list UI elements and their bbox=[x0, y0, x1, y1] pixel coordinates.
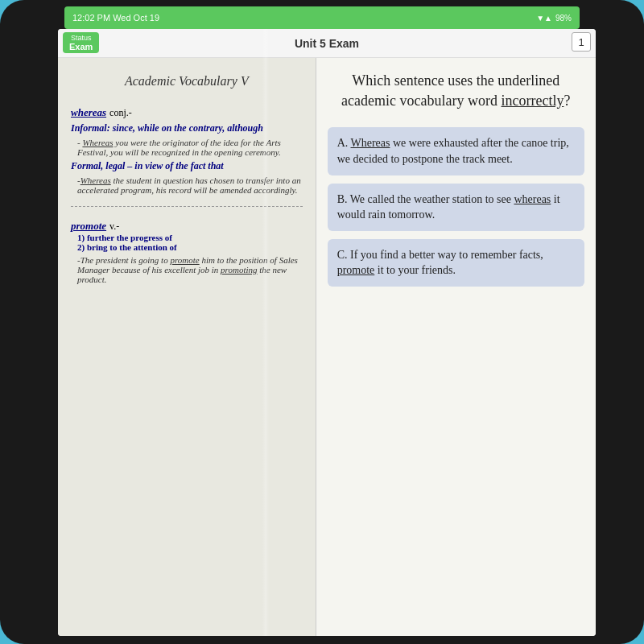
vocab-entry-whereas: whereas conj.- Informal: since, while on… bbox=[71, 105, 303, 195]
page-number: 1 bbox=[572, 32, 591, 52]
status-badge-label: Status bbox=[71, 34, 92, 42]
option-c-promote: promote bbox=[337, 264, 375, 276]
status-bar: 12:02 PM Wed Oct 19 ▼▲ 98% bbox=[64, 6, 580, 29]
option-c-letter: C. bbox=[337, 249, 348, 261]
status-badge-value: Exam bbox=[69, 42, 93, 52]
answer-option-a[interactable]: A. Whereas we were exhausted after the c… bbox=[328, 127, 584, 175]
wifi-icon: ▼▲ bbox=[536, 14, 552, 23]
status-time: 12:02 PM Wed Oct 19 bbox=[72, 13, 159, 23]
promote-underline-2: promoting bbox=[221, 265, 257, 275]
question-text: Which sentence uses the underlined acade… bbox=[328, 71, 584, 111]
app-container: Status Exam Unit 5 Exam 1 Academic Vocab… bbox=[58, 29, 596, 636]
vocab-word-promote: promote bbox=[71, 220, 106, 232]
def2-label-whereas: Formal, legal – in view of the fact that bbox=[71, 160, 303, 172]
vocab-pos-whereas: conj.- bbox=[109, 107, 132, 118]
vocab-pos-promote: v.- bbox=[109, 221, 119, 232]
option-b-whereas: whereas bbox=[514, 193, 551, 205]
whereas-underline-2: Whereas bbox=[80, 175, 111, 185]
right-panel: Which sentence uses the underlined acade… bbox=[316, 58, 596, 636]
left-panel: Academic Vocabulary V whereas conj.- Inf… bbox=[58, 58, 316, 636]
status-badge: Status Exam bbox=[63, 32, 99, 53]
whereas-underline-1: Whereas bbox=[82, 138, 113, 147]
vocab-word-whereas: whereas bbox=[71, 106, 106, 118]
panel-title: Academic Vocabulary V bbox=[71, 74, 303, 89]
option-a-whereas: Whereas bbox=[351, 137, 390, 149]
promote-def1: 1) further the progress of bbox=[77, 233, 303, 242]
option-a-letter: A. bbox=[337, 137, 349, 149]
promote-underline-1: promote bbox=[170, 255, 199, 265]
incorrectly-underline: incorrectly bbox=[502, 93, 564, 109]
vocab-entry-promote: promote v.- 1) further the progress of 2… bbox=[71, 218, 303, 284]
promote-def2: 2) bring to the attention of bbox=[77, 242, 303, 252]
section-divider bbox=[71, 206, 303, 207]
answer-option-c[interactable]: C. If you find a better way to remember … bbox=[328, 239, 584, 287]
answer-option-b[interactable]: B. We called the weather station to see … bbox=[328, 184, 584, 231]
content-area: Academic Vocabulary V whereas conj.- Inf… bbox=[58, 58, 596, 636]
def1-label-whereas: Informal: since, while on the contrary, … bbox=[71, 122, 303, 134]
promote-example: -The president is going to promote him t… bbox=[77, 255, 303, 284]
app-header: Status Exam Unit 5 Exam 1 bbox=[58, 29, 596, 58]
battery-text: 98% bbox=[555, 14, 572, 23]
status-icons: ▼▲ 98% bbox=[536, 14, 572, 23]
def1-example-whereas: - Whereas you were the originator of the… bbox=[77, 138, 303, 157]
header-title: Unit 5 Exam bbox=[295, 37, 359, 50]
device-frame: • • • 12:02 PM Wed Oct 19 ▼▲ 98% Status … bbox=[0, 0, 644, 644]
option-b-letter: B. bbox=[337, 193, 348, 205]
def2-example-whereas: -Whereas the student in question has cho… bbox=[77, 175, 303, 195]
